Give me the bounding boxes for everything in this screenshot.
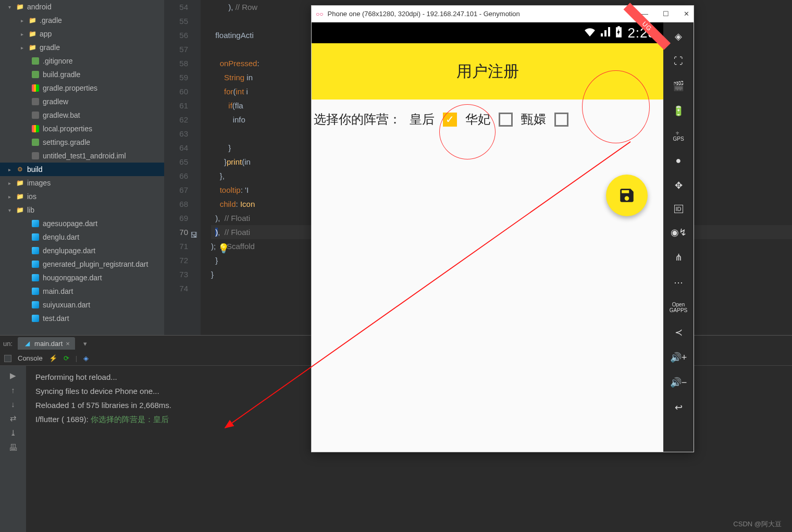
print-icon[interactable]: 🖶 [9, 443, 18, 453]
tree-item[interactable]: gradlew.bat [0, 108, 164, 122]
opt-label: 皇后 [410, 111, 435, 128]
genymotion-logo-icon: ○○ [316, 10, 324, 18]
export-icon[interactable]: ⤓ [10, 428, 17, 438]
layout-icon[interactable]: ⇄ [10, 414, 17, 423]
share-icon[interactable]: ≺ [675, 327, 683, 338]
folder-icon: 📁 [28, 30, 36, 38]
fullscreen-icon[interactable]: ⛶ [674, 56, 683, 67]
folder-icon: 📁 [28, 16, 36, 24]
chevron-right-icon: ▸ [19, 18, 25, 23]
tree-item[interactable]: test.dart [0, 312, 164, 325]
close-icon[interactable]: ✕ [684, 10, 689, 18]
properties-icon [32, 84, 39, 92]
build-icon: ⚙ [16, 165, 24, 174]
checkbox-huafei[interactable] [499, 113, 513, 127]
gps-icon[interactable]: ᯤGPS [673, 130, 684, 142]
folder-icon: 📁 [16, 179, 24, 187]
watermark: CSDN @阿大豆 [733, 519, 782, 529]
chevron-down-icon: ▾ [6, 4, 13, 10]
app-title: 用户注册 [456, 61, 519, 82]
battery-icon[interactable]: 🔋 [673, 105, 684, 117]
flutter-icon: ◢ [23, 339, 31, 348]
folder-icon: 📁 [16, 3, 24, 11]
tree-item[interactable]: ▸📁.gradle [0, 14, 164, 27]
tree-item[interactable]: build.gradle [0, 68, 164, 81]
tree-item[interactable]: gradlew [0, 95, 164, 108]
devtools-icon[interactable]: ◈ [83, 354, 89, 362]
run-stop-icon[interactable] [4, 355, 11, 362]
checkbox-huanghou[interactable]: ✓ [443, 113, 457, 127]
run-side-actions[interactable]: ▶ ↑ ↓ ⇄ ⤓ 🖶 [0, 366, 26, 532]
feed-icon[interactable]: ⋔ [675, 252, 683, 263]
dart-icon [32, 301, 39, 308]
project-file-tree[interactable]: ▾ 📁 android ▸📁.gradle ▸📁app ▸📁gradle .gi… [0, 0, 164, 335]
tree-item[interactable]: untitled_test1_android.iml [0, 149, 164, 163]
volume-up-icon[interactable]: 🔊+ [670, 352, 687, 363]
dart-icon [32, 233, 39, 241]
tree-item[interactable]: .gitignore [0, 54, 164, 68]
move-icon[interactable]: ✥ [675, 180, 683, 191]
hot-restart-icon[interactable]: ⟳ [64, 354, 69, 362]
maximize-icon[interactable]: ☐ [663, 10, 669, 18]
tree-item[interactable]: gradle.properties [0, 81, 164, 95]
chevron-right-icon: ▸ [6, 167, 13, 172]
disc-icon[interactable]: ◉↯ [671, 227, 687, 238]
tree-item[interactable]: ▸📁images [0, 176, 164, 190]
dart-icon [32, 261, 39, 268]
tree-item[interactable]: local.properties [0, 122, 164, 135]
tree-item[interactable]: denglupage.dart [0, 244, 164, 257]
tree-item[interactable]: ▸📁app [0, 27, 164, 41]
down-icon[interactable]: ↓ [11, 400, 15, 409]
file-icon [32, 98, 39, 105]
close-icon[interactable]: × [66, 340, 70, 348]
file-icon [32, 112, 39, 119]
gradle-icon [32, 139, 39, 146]
chevron-down-icon[interactable]: ▾ [83, 340, 87, 348]
line-gutter: 5455565758596061626364656667686970717273… [164, 0, 201, 335]
webcam-icon[interactable]: ● [676, 155, 682, 166]
checkbox-zhenhuan[interactable] [554, 113, 568, 127]
tree-item-build[interactable]: ▸⚙build [0, 163, 164, 176]
camera-icon[interactable]: 🎬 [673, 80, 684, 92]
id-icon[interactable]: ID [674, 205, 683, 213]
tree-item[interactable]: agesuopage.dart [0, 217, 164, 230]
hot-reload-icon[interactable]: ⚡ [49, 354, 57, 362]
fab-save-button[interactable] [606, 175, 648, 216]
tree-item[interactable]: hougongpage.dart [0, 271, 164, 284]
emulator-title: Phone one (768x1280, 320dpi) - 192.168.2… [328, 10, 520, 18]
tree-item[interactable]: main.dart [0, 284, 164, 298]
tree-item[interactable]: denglu.dart [0, 230, 164, 244]
lightbulb-icon[interactable]: 💡 [218, 242, 229, 256]
app-bar: 用户注册 UG [312, 43, 663, 100]
run-tab-main[interactable]: ◢ main.dart × [18, 337, 75, 350]
open-gapps-icon[interactable]: OpenGAPPS [670, 302, 687, 313]
emulator-sidebar[interactable]: ◈ ⛶ 🎬 🔋 ᯤGPS ● ✥ ID ◉↯ ⋔ ⋯ OpenGAPPS ≺ 🔊… [663, 22, 694, 452]
chevron-right-icon: ▸ [6, 194, 13, 200]
tree-item[interactable]: ▸📁ios [0, 190, 164, 203]
camp-choice-row: 选择你的阵营： 皇后 ✓ 华妃 甄嬛 [312, 111, 663, 128]
emulator-window[interactable]: ○○ Phone one (768x1280, 320dpi) - 192.16… [311, 5, 694, 452]
sms-icon[interactable]: ⋯ [674, 277, 683, 288]
up-icon[interactable]: ↑ [11, 386, 15, 394]
signal-icon [601, 27, 610, 39]
tree-item-lib[interactable]: ▾📁lib [0, 203, 164, 217]
folder-icon: 📁 [16, 206, 24, 214]
dart-icon [32, 315, 39, 322]
tree-item[interactable]: ▸📁gradle [0, 41, 164, 54]
tree-item[interactable]: settings.gradle [0, 135, 164, 149]
file-icon [32, 152, 39, 159]
rotate-icon[interactable]: ◈ [675, 31, 682, 42]
opt-label: 甄嬛 [521, 111, 546, 128]
emulator-screen[interactable]: 2:28 用户注册 UG 选择你的阵营： 皇后 ✓ 华妃 甄嬛 [312, 22, 663, 452]
android-status-bar: 2:28 [312, 22, 663, 43]
back-icon[interactable]: ↩ [675, 402, 683, 413]
tree-item[interactable]: suiyuxuan.dart [0, 298, 164, 312]
volume-down-icon[interactable]: 🔊− [670, 377, 687, 388]
dart-icon [32, 288, 39, 295]
rerun-icon[interactable]: ▶ [10, 371, 16, 380]
battery-icon [615, 26, 622, 40]
gradle-icon [32, 57, 39, 65]
tree-item-android[interactable]: ▾ 📁 android [0, 0, 164, 14]
tree-item[interactable]: generated_plugin_registrant.dart [0, 257, 164, 271]
properties-icon [32, 125, 39, 132]
